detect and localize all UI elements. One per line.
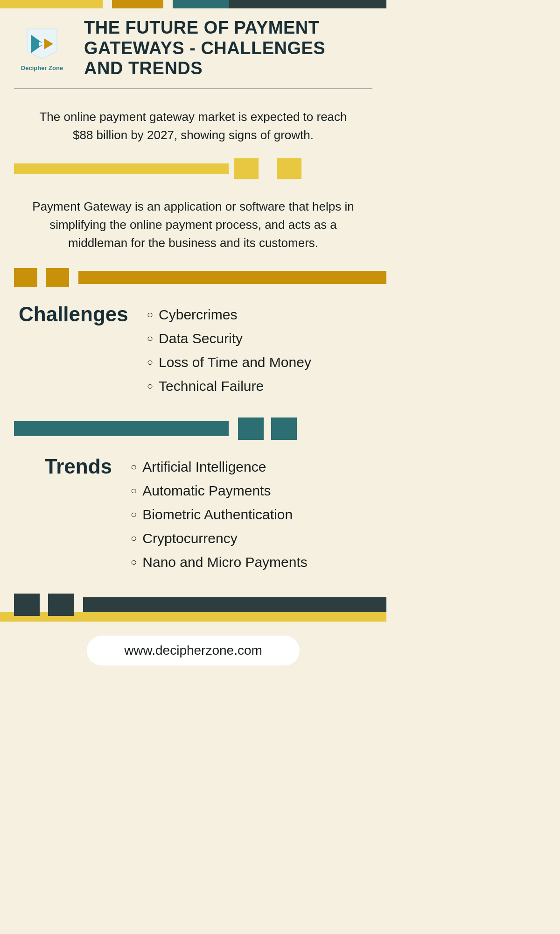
dark-square-2 bbox=[48, 594, 74, 616]
trends-section: Trends Artificial Intelligence Automatic… bbox=[0, 441, 386, 588]
yellow-deco-row bbox=[0, 158, 386, 179]
dark-deco-row bbox=[0, 597, 386, 612]
top-decorative-bars bbox=[0, 0, 386, 8]
dark-square-1 bbox=[14, 594, 40, 616]
footer: www.decipherzone.com bbox=[0, 622, 386, 684]
intro-section: The online payment gateway market is exp… bbox=[0, 89, 386, 158]
list-item: Data Security bbox=[147, 326, 311, 350]
list-item: Biometric Authentication bbox=[131, 502, 308, 526]
top-bar-yellow bbox=[0, 0, 103, 8]
list-item-text: Artificial Intelligence bbox=[142, 455, 266, 479]
trends-list: Artificial Intelligence Automatic Paymen… bbox=[131, 455, 308, 574]
description-section: Payment Gateway is an application or sof… bbox=[0, 184, 386, 266]
logo-text: Decipher Zone bbox=[21, 64, 63, 71]
logo-icon bbox=[23, 25, 61, 63]
list-item: Artificial Intelligence bbox=[131, 455, 308, 479]
top-bar-dark bbox=[229, 0, 386, 8]
top-bar-teal bbox=[173, 0, 229, 8]
list-item: Loss of Time and Money bbox=[147, 350, 311, 374]
orange-square-2 bbox=[46, 268, 69, 287]
list-item-text: Loss of Time and Money bbox=[159, 350, 311, 374]
description-text: Payment Gateway is an application or sof… bbox=[28, 198, 358, 252]
list-item: Cybercrimes bbox=[147, 303, 311, 326]
list-item-text: Nano and Micro Payments bbox=[142, 550, 308, 574]
top-bar-gap1 bbox=[103, 0, 112, 8]
list-item-text: Cybercrimes bbox=[159, 303, 237, 326]
trends-title: Trends bbox=[19, 455, 121, 478]
orange-deco-row bbox=[0, 271, 386, 284]
orange-long-bar bbox=[78, 271, 386, 284]
teal-long-bar bbox=[14, 421, 229, 436]
footer-url[interactable]: www.decipherzone.com bbox=[87, 636, 300, 665]
top-bar-gap2 bbox=[163, 0, 173, 8]
list-item: Automatic Payments bbox=[131, 479, 308, 502]
top-bar-orange bbox=[112, 0, 163, 8]
logo-area: Decipher Zone bbox=[14, 25, 70, 71]
list-item-text: Technical Failure bbox=[159, 374, 264, 398]
list-item: Cryptocurrency bbox=[131, 526, 308, 550]
header: Decipher Zone THE FUTURE OF PAYMENT GATE… bbox=[0, 8, 386, 88]
list-item-text: Biometric Authentication bbox=[142, 502, 293, 526]
yellow-square-1 bbox=[234, 158, 259, 179]
intro-text: The online payment gateway market is exp… bbox=[28, 108, 358, 144]
teal-deco-row bbox=[0, 421, 386, 436]
list-item-text: Cryptocurrency bbox=[142, 526, 237, 550]
yellow-square-2 bbox=[277, 158, 301, 179]
yellow-long-bar bbox=[14, 163, 229, 174]
challenges-title: Challenges bbox=[19, 303, 138, 326]
orange-square-1 bbox=[14, 268, 37, 287]
list-item: Nano and Micro Payments bbox=[131, 550, 308, 574]
teal-square-2 bbox=[271, 417, 297, 440]
challenges-list: Cybercrimes Data Security Loss of Time a… bbox=[147, 303, 311, 398]
list-item-text: Automatic Payments bbox=[142, 479, 271, 502]
list-item-text: Data Security bbox=[159, 326, 243, 350]
dark-long-bar bbox=[83, 597, 386, 612]
list-item: Technical Failure bbox=[147, 374, 311, 398]
teal-square-1 bbox=[238, 417, 264, 440]
page-title: THE FUTURE OF PAYMENT GATEWAYS - CHALLEN… bbox=[84, 18, 368, 79]
challenges-section: Challenges Cybercrimes Data Security Los… bbox=[0, 289, 386, 412]
